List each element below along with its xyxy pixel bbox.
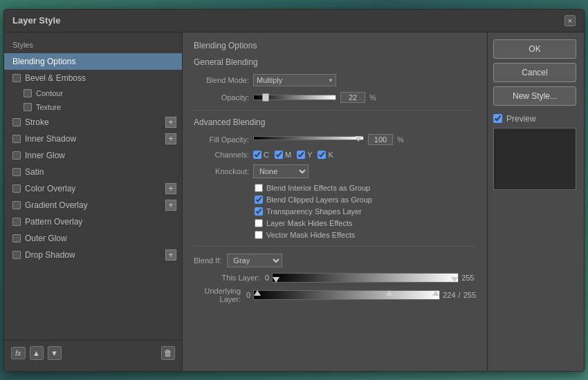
gradient-overlay-label: Gradient Overlay xyxy=(25,200,88,210)
bevel-emboss-label: Bevel & Emboss xyxy=(25,73,86,83)
channels-checkboxes: C M Y K xyxy=(253,151,333,159)
channel-y-checkbox[interactable] xyxy=(297,151,305,159)
fill-pct-label: % xyxy=(397,135,404,144)
opacity-input[interactable] xyxy=(340,92,365,103)
this-layer-right-handle[interactable] xyxy=(451,277,458,283)
sidebar-item-gradient-overlay[interactable]: Gradient Overlay + xyxy=(4,197,182,213)
knockout-row: Knockout: None Shallow Deep xyxy=(194,164,476,178)
blend-if-label: Blend If: xyxy=(194,256,221,265)
stroke-checkbox[interactable] xyxy=(12,118,21,126)
satin-label: Satin xyxy=(25,167,44,177)
blend-interior-row: Blend Interior Effects as Group xyxy=(255,184,476,192)
opacity-slider-track[interactable] xyxy=(253,95,336,100)
channel-c-label: C xyxy=(264,151,269,159)
blend-mode-label: Blend Mode: xyxy=(194,76,249,84)
sidebar-item-color-overlay[interactable]: Color Overlay + xyxy=(4,180,182,197)
styles-label: Styles xyxy=(4,38,182,53)
inner-shadow-add-button[interactable]: + xyxy=(165,133,176,144)
sidebar-item-outer-glow[interactable]: Outer Glow xyxy=(4,230,182,247)
fill-opacity-slider-track[interactable] xyxy=(253,136,364,140)
inner-shadow-checkbox[interactable] xyxy=(12,135,21,143)
this-layer-slider-row: This Layer: 0 255 xyxy=(194,272,476,284)
sidebar-item-contour[interactable]: Contour xyxy=(4,86,182,100)
transparency-shapes-checkbox[interactable] xyxy=(255,207,263,216)
layer-mask-checkbox[interactable] xyxy=(255,219,263,227)
new-style-button[interactable]: New Style... xyxy=(493,86,576,106)
fill-opacity-thumb[interactable] xyxy=(355,136,362,142)
blend-mode-select[interactable]: Multiply xyxy=(253,74,336,86)
sidebar-item-satin[interactable]: Satin xyxy=(4,164,182,180)
move-down-button[interactable]: ▼ xyxy=(48,346,62,360)
channel-c-checkbox[interactable] xyxy=(253,151,261,159)
pattern-overlay-checkbox[interactable] xyxy=(12,218,21,226)
texture-checkbox[interactable] xyxy=(24,103,32,111)
drop-shadow-add-button[interactable]: + xyxy=(165,249,176,260)
preview-row: Preview xyxy=(493,114,578,124)
sidebar-item-inner-glow[interactable]: Inner Glow xyxy=(4,147,182,164)
blend-interior-checkbox[interactable] xyxy=(255,184,263,192)
contour-checkbox[interactable] xyxy=(24,89,32,97)
underlying-layer-gradient[interactable] xyxy=(253,290,440,300)
color-overlay-checkbox[interactable] xyxy=(12,184,21,193)
gradient-overlay-add-button[interactable]: + xyxy=(165,200,176,211)
bevel-emboss-checkbox[interactable] xyxy=(12,74,21,82)
sidebar-item-inner-shadow[interactable]: Inner Shadow + xyxy=(4,131,182,147)
fill-opacity-row: Fill Opacity: % xyxy=(194,134,476,145)
blend-if-select[interactable]: Gray Red Green Blue xyxy=(227,254,282,267)
sidebar-item-texture[interactable]: Texture xyxy=(4,100,182,114)
outer-glow-checkbox[interactable] xyxy=(12,234,21,243)
fill-opacity-input[interactable] xyxy=(368,134,393,145)
transparency-shapes-row: Transparency Shapes Layer xyxy=(255,207,476,216)
fill-opacity-label: Fill Opacity: xyxy=(194,135,249,144)
sidebar-item-blending-options[interactable]: Blending Options xyxy=(4,53,182,70)
delete-button[interactable]: 🗑 xyxy=(161,346,175,360)
close-button[interactable]: × xyxy=(564,15,576,26)
underlying-layer-left-handle[interactable] xyxy=(254,290,261,296)
channels-label: Channels: xyxy=(194,151,249,159)
preview-label: Preview xyxy=(506,114,536,124)
sidebar-item-drop-shadow[interactable]: Drop Shadow + xyxy=(4,247,182,263)
cancel-button[interactable]: Cancel xyxy=(493,63,576,82)
sidebar-item-pattern-overlay[interactable]: Pattern Overlay xyxy=(4,213,182,230)
drop-shadow-checkbox[interactable] xyxy=(12,251,21,259)
stroke-label: Stroke xyxy=(25,117,49,127)
preview-section: Preview xyxy=(493,114,578,190)
underlying-layer-mid: 224 xyxy=(443,291,455,299)
ok-button[interactable]: OK xyxy=(493,39,576,59)
inner-glow-checkbox[interactable] xyxy=(12,151,21,160)
channel-k-checkbox[interactable] xyxy=(318,151,326,159)
vector-mask-label: Vector Mask Hides Effects xyxy=(266,231,355,239)
vector-mask-checkbox[interactable] xyxy=(255,231,263,239)
blend-clipped-checkbox[interactable] xyxy=(255,196,263,204)
this-layer-left-handle[interactable] xyxy=(273,277,279,283)
underlying-layer-right-handle[interactable] xyxy=(432,290,439,296)
layer-mask-row: Layer Mask Hides Effects xyxy=(255,219,476,227)
underlying-layer-sep: / xyxy=(459,291,461,299)
title-bar: Layer Style × xyxy=(4,10,584,32)
opacity-slider-thumb[interactable] xyxy=(262,93,269,102)
knockout-label: Knockout: xyxy=(194,167,249,175)
fx-button[interactable]: fx xyxy=(11,347,26,359)
sidebar-item-stroke[interactable]: Stroke + xyxy=(4,114,182,131)
outer-glow-label: Outer Glow xyxy=(25,234,67,243)
knockout-select[interactable]: None Shallow Deep xyxy=(253,164,309,178)
channel-m-checkbox[interactable] xyxy=(275,151,283,159)
blending-options-label: Blending Options xyxy=(12,57,75,66)
underlying-layer-max: 255 xyxy=(463,291,476,299)
layer-mask-label: Layer Mask Hides Effects xyxy=(266,219,353,227)
move-up-button[interactable]: ▲ xyxy=(30,346,44,360)
color-overlay-add-button[interactable]: + xyxy=(165,183,176,194)
dialog-body: Styles Blending Options Bevel & Emboss C… xyxy=(4,32,584,371)
underlying-layer-mid-handle[interactable] xyxy=(386,290,393,296)
channel-c: C xyxy=(253,151,269,159)
preview-checkbox[interactable] xyxy=(493,114,502,123)
blend-clipped-row: Blend Clipped Layers as Group xyxy=(255,196,476,204)
underlying-layer-min: 0 xyxy=(246,291,250,299)
stroke-add-button[interactable]: + xyxy=(165,117,176,128)
sidebar-item-bevel-emboss[interactable]: Bevel & Emboss xyxy=(4,70,182,86)
satin-checkbox[interactable] xyxy=(12,168,21,176)
gradient-overlay-checkbox[interactable] xyxy=(12,201,21,209)
transparency-shapes-label: Transparency Shapes Layer xyxy=(266,207,362,216)
pattern-overlay-label: Pattern Overlay xyxy=(25,217,82,227)
this-layer-gradient[interactable] xyxy=(272,273,459,283)
